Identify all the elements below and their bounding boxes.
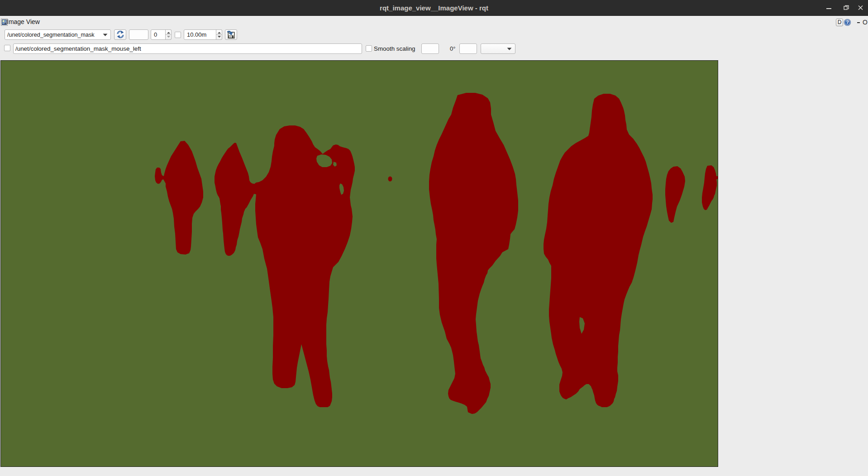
- svg-text:?: ?: [846, 19, 849, 25]
